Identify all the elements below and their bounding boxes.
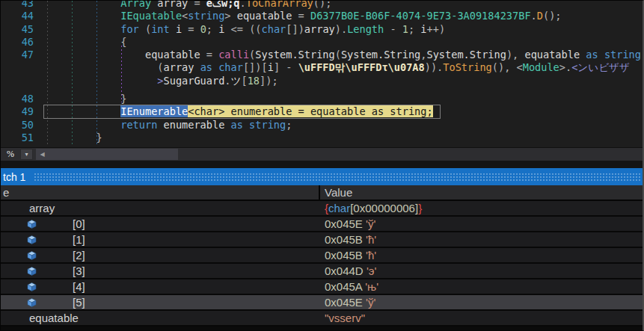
code-token: array [157,1,188,9]
code-token: ; [408,23,420,35]
line-number[interactable]: 51 [1,132,34,144]
code-token: ] - [274,61,298,73]
code-token: return [120,119,157,131]
code-token: Length [347,23,384,35]
watch-row[interactable]: [0]0x045E 'ў' [1,217,644,232]
field-icon [25,235,38,245]
watch-row[interactable]: array{char[0x00000006]} [1,201,644,217]
code-token: )). [425,61,444,73]
line-number[interactable]: 48 [1,93,34,105]
code-editor[interactable]: 43 Array array = eݣw;q̈.ToCharArray();44… [1,1,644,147]
code-line[interactable]: 47 equatable = calli(System.String(Syste… [1,49,644,61]
line-number[interactable]: 45 [1,23,34,36]
code-line[interactable]: 46 { [1,36,644,49]
line-number[interactable]: 50 [1,119,34,132]
code-token: System.String [255,49,334,61]
scroll-left-icon[interactable]: ◀ [36,151,49,158]
line-number[interactable]: 43 [1,1,34,10]
horizontal-scrollbar-thumb[interactable]: ◀ [36,149,178,160]
code-token: int [151,23,170,35]
code-token: System.String [341,49,420,61]
code-token: . [565,61,571,73]
code-token: i [268,61,274,73]
watch-name-label: [4] [73,280,85,293]
zoom-percent-button[interactable]: % [1,148,20,161]
code-token: - [384,23,402,35]
watch-name-label: [1] [73,233,85,246]
watch-value-cell: "vsserv" [319,312,644,324]
code-line[interactable]: 43 Array array = eݣw;q̈.ToCharArray(); [1,1,644,10]
code-token: . [224,75,230,87]
line-number[interactable]: 46 [1,36,34,49]
code-token: < [517,61,523,73]
code-line[interactable]: 49 IEnumerable<char> enumerable = equata… [1,105,644,118]
watch-name-cell: [3] [1,264,319,278]
line-number[interactable]: 49 [1,105,34,118]
watch-row[interactable]: [2]0x045B 'ћ' [1,248,644,264]
code-line[interactable]: 45 for (int i = 0; i <= ((char[])array).… [1,23,644,36]
code-token: = [188,1,206,9]
code-token: 1 [402,23,408,35]
watch-row[interactable]: [1]0x045B 'ћ' [1,232,644,248]
code-token: ; [206,23,218,35]
watch-name-cell: array [1,201,319,215]
code-line[interactable]: (array as char[])[i] - \uFFFD맊\uFFFDτ\u0… [1,61,644,74]
watch-value-token: 0x045B [325,249,366,262]
watch-value-token: 'ћ' [366,249,376,262]
code-token: Module [523,61,559,73]
watch-row[interactable]: equatable"vsserv" [1,311,644,327]
watch-value-cell: 0x045A 'њ' [319,280,644,293]
column-header-name[interactable]: e [1,186,319,199]
code-token: enumerable [164,119,225,131]
code-line[interactable]: 51 } [1,132,644,144]
watch-row[interactable]: [5]0x045E 'ў' [1,295,644,311]
watch-value-token: 0x044D [325,265,367,277]
code-token: D [537,10,543,22]
watch-value-cell: 0x044D 'э' [319,265,644,277]
code-token: ; [286,119,292,131]
watch-name-cell: equatable [1,311,319,325]
field-icon [25,266,38,276]
watch-value-token: 0x045E [325,217,366,230]
code-token: . [531,10,537,22]
code-token: ]); [260,75,278,87]
watch-row[interactable]: [4]0x045A 'њ' [1,279,644,295]
code-token: string [249,119,286,131]
code-token [598,49,604,61]
code-line[interactable]: 50 return enumerable as string; [1,119,644,132]
watch-name-label: [5] [73,296,85,309]
code-token [243,119,249,131]
code-token [170,23,176,35]
watch-value-token: 'њ' [365,280,378,293]
code-token: equatable [145,49,200,61]
watch-rows: array{char[0x00000006]}[0]0x045E 'ў'[1]0… [1,201,644,327]
code-token: IEnumerable [120,105,188,117]
watch-name-cell: [5] [1,295,319,309]
code-line[interactable]: 44 IEquatable<string> equatable = D6377B… [1,10,644,22]
code-token: System.String [426,49,506,61]
watch-value-token: [0x00000006] [350,202,418,214]
code-token [157,119,163,131]
watch-window-titlebar[interactable]: tch 1 [1,168,644,185]
watch-name-label: [3] [73,265,85,277]
code-token: as [586,49,598,61]
chevron-down-icon[interactable]: ▾ [20,149,33,160]
watch-row[interactable]: [3]0x044D 'э' [1,264,644,279]
watch-name-label: array [29,202,55,214]
code-token: i [176,23,182,35]
code-line[interactable]: 48 } [1,93,644,105]
watch-value-token: 'ў' [366,217,375,230]
column-header-value[interactable]: Value [319,186,352,199]
code-token: []) [286,23,304,35]
line-number[interactable]: 44 [1,10,34,22]
watch-value-token: 'ў' [366,296,375,309]
code-token: as [200,61,212,73]
line-number[interactable]: 47 [1,49,34,61]
code-token [224,119,230,131]
code-token: 18 [248,75,260,87]
code-token: i [420,23,426,35]
watch-name-label: [0] [73,217,85,230]
code-token: = [292,10,310,22]
code-line[interactable]: >SugarGuard.ツ[18]); [1,75,644,87]
field-icon [25,297,38,308]
